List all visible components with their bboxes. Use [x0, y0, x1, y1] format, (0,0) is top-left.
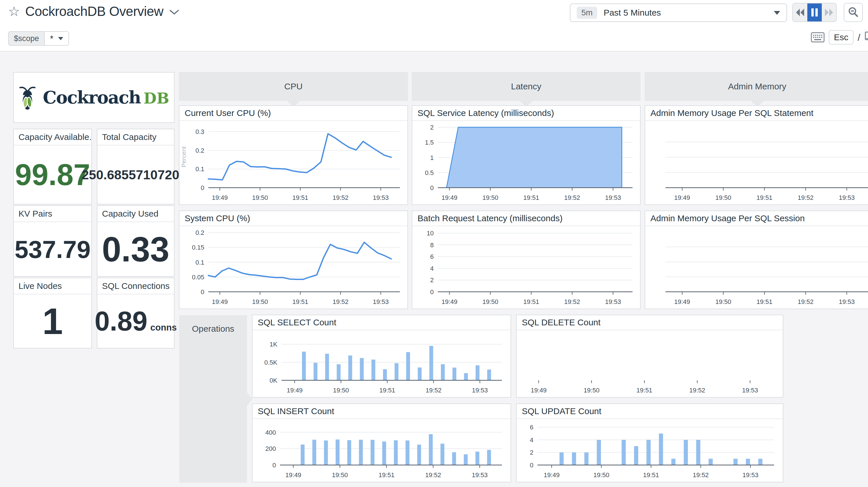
svg-text:19:52: 19:52 [798, 194, 814, 201]
svg-text:2: 2 [430, 277, 434, 284]
svg-text:19:49: 19:49 [674, 194, 690, 201]
zoom-out-button[interactable] [844, 3, 863, 22]
template-variable-scope: $scope * [8, 31, 69, 46]
svg-text:19:53: 19:53 [605, 194, 621, 201]
svg-text:19:49: 19:49 [441, 194, 457, 201]
chart-title: Admin Memory Usage Per SQL Statement [645, 106, 868, 121]
svg-text:0: 0 [530, 462, 533, 469]
svg-text:10: 10 [427, 230, 434, 237]
svg-text:0.5: 0.5 [425, 169, 434, 176]
chart-title: SQL INSERT Count [252, 404, 510, 419]
chart-card-sql-service-latency: SQL Service Latency (milliseconds) 00.51… [412, 105, 641, 205]
svg-text:19:49: 19:49 [212, 298, 228, 306]
pause-button[interactable] [807, 3, 822, 21]
chart-title: SQL SELECT Count [252, 315, 510, 330]
svg-text:0.15: 0.15 [192, 244, 204, 251]
stat-card-kv-pairs[interactable]: KV Pairs 537.79 [13, 205, 92, 277]
title-chevron-down-icon[interactable] [169, 9, 180, 16]
svg-text:19:51: 19:51 [637, 386, 652, 394]
chart-title: SQL DELETE Count [517, 315, 783, 330]
scope-label: $scope [9, 32, 45, 45]
stat-title: SQL Connections [97, 278, 174, 294]
stat-title: Capacity Used [97, 206, 174, 222]
playback-controls [792, 3, 837, 22]
presentation-display-icon[interactable] [864, 31, 868, 44]
svg-text:19:53: 19:53 [839, 194, 855, 201]
stat-value: 250.6855710720 [82, 168, 180, 181]
svg-text:19:52: 19:52 [689, 386, 705, 394]
group-label: Latency [511, 82, 541, 91]
svg-text:19:52: 19:52 [333, 298, 348, 306]
stat-card-capacity-available[interactable]: Capacity Available... 99.87 [13, 129, 92, 204]
svg-text:19:50: 19:50 [584, 386, 599, 394]
svg-text:19:49: 19:49 [212, 194, 228, 201]
stat-value: 0.89 [94, 308, 147, 335]
svg-text:19:49: 19:49 [441, 298, 457, 306]
group-header-operations: Operations [179, 315, 247, 483]
chart-plot-sql-select-count[interactable]: 0K0.5K1K19:4919:5019:5119:5219:53 [252, 331, 510, 397]
svg-text:8: 8 [430, 241, 434, 249]
svg-text:400: 400 [265, 429, 276, 436]
time-range-badge: 5m [577, 7, 597, 19]
chart-card-sql-select-count: SQL SELECT Count 0K0.5K1K19:4919:5019:51… [252, 315, 511, 398]
svg-text:0.2: 0.2 [195, 147, 204, 154]
svg-text:19:50: 19:50 [482, 298, 498, 306]
chart-plot-sql-insert-count[interactable]: 020040019:4919:5019:5119:5219:53 [252, 420, 510, 482]
svg-text:6: 6 [530, 424, 533, 431]
svg-text:0: 0 [201, 288, 204, 295]
stat-card-live-nodes[interactable]: Live Nodes 1 [13, 278, 92, 348]
svg-text:19:51: 19:51 [756, 298, 772, 306]
chart-plot-batch-request-latency[interactable]: 024681019:4919:5019:5119:5219:53 [412, 227, 640, 309]
svg-text:1: 1 [430, 154, 434, 161]
svg-text:Percent: Percent [180, 146, 187, 167]
svg-text:19:51: 19:51 [378, 471, 395, 479]
svg-text:0.2: 0.2 [195, 229, 204, 236]
header-bar: ☆ CockroachDB Overview 5m Past 5 Minutes [0, 0, 868, 52]
chart-plot-current-user-cpu[interactable]: 00.10.20.319:4919:5019:5119:5219:53Perce… [180, 121, 407, 204]
scope-value-dropdown[interactable]: * [45, 32, 68, 45]
svg-text:0.3: 0.3 [195, 128, 204, 135]
chart-plot-system-cpu[interactable]: 00.050.10.150.219:4919:5019:5119:5219:53 [180, 227, 407, 309]
svg-text:19:52: 19:52 [425, 471, 441, 479]
svg-text:19:52: 19:52 [426, 386, 441, 394]
chart-card-system-cpu: System CPU (%) 00.050.10.150.219:4919:50… [179, 210, 408, 309]
svg-text:19:53: 19:53 [472, 471, 488, 479]
chart-plot-sql-delete-count[interactable]: 19:4919:5019:5119:5219:53 [517, 331, 783, 397]
svg-text:19:52: 19:52 [693, 471, 709, 479]
stat-value: 0.33 [102, 232, 169, 267]
svg-text:0: 0 [430, 288, 434, 295]
fast-forward-button[interactable] [822, 3, 836, 21]
svg-text:0.5K: 0.5K [265, 359, 278, 366]
svg-text:19:49: 19:49 [544, 471, 560, 479]
svg-text:19:51: 19:51 [523, 194, 539, 201]
chart-plot-admin-memory-session[interactable]: 19:4919:5019:5119:5219:53 [645, 227, 868, 309]
esc-key-button[interactable]: Esc [829, 30, 854, 45]
slash-separator: / [858, 32, 860, 43]
chart-plot-admin-memory-statement[interactable]: 19:4919:5019:5119:5219:53 [645, 121, 868, 204]
stat-card-capacity-used[interactable]: Capacity Used 0.33 [97, 205, 175, 277]
svg-text:0: 0 [273, 462, 276, 469]
stat-value: 1 [42, 303, 63, 340]
svg-text:19:53: 19:53 [742, 386, 758, 394]
title-area: ☆ CockroachDB Overview [8, 3, 180, 19]
keyboard-icon[interactable] [811, 32, 825, 42]
svg-text:19:50: 19:50 [715, 298, 731, 306]
svg-text:19:53: 19:53 [472, 386, 488, 394]
stat-card-total-capacity[interactable]: Total Capacity 250.6855710720 GB [97, 129, 175, 204]
stat-value: 99.87 [15, 160, 90, 190]
group-header-cpu: CPU [179, 72, 408, 101]
shortcut-cluster: Esc / [811, 30, 868, 45]
svg-text:0: 0 [430, 184, 434, 192]
time-range-picker[interactable]: 5m Past 5 Minutes [570, 3, 787, 22]
svg-text:19:52: 19:52 [333, 194, 348, 201]
stat-card-sql-connections[interactable]: SQL Connections 0.89 conns [97, 278, 175, 348]
chart-plot-sql-update-count[interactable]: 024619:4919:5019:5119:5219:53 [517, 420, 783, 482]
rewind-button[interactable] [793, 3, 807, 21]
stat-title: Total Capacity [97, 129, 174, 145]
logo-wordmark-suffix: DB [144, 89, 169, 107]
favorite-star-icon[interactable]: ☆ [8, 5, 20, 18]
svg-text:0: 0 [201, 184, 204, 192]
svg-text:19:49: 19:49 [287, 386, 303, 394]
svg-text:19:53: 19:53 [743, 471, 758, 479]
chart-plot-sql-service-latency[interactable]: 00.511.5219:4919:5019:5119:5219:53 [412, 121, 640, 204]
